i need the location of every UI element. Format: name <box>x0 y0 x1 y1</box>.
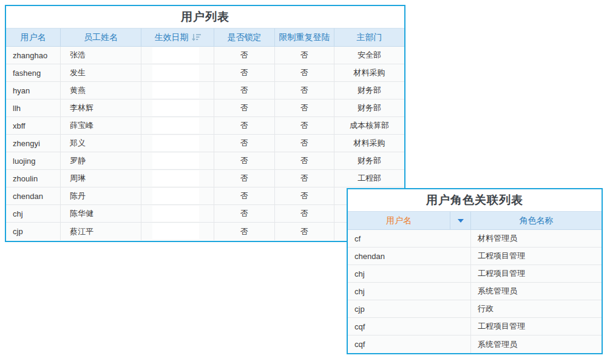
user-list-table: 用户列表 用户名 员工姓名 生效日期 是否锁定 <box>5 5 405 242</box>
cell-employee-name: 黄燕 <box>60 82 141 99</box>
cell-effective-date <box>141 117 214 134</box>
cell-employee-name: 罗静 <box>60 152 141 169</box>
effective-date-input[interactable] <box>152 83 199 98</box>
cell-restrict: 否 <box>274 223 334 240</box>
table-row[interactable]: hyan 黄燕 否 否 财务部 <box>6 82 404 99</box>
col-header-username[interactable]: 用户名 <box>6 29 60 46</box>
col-header-effective-date[interactable]: 生效日期 <box>141 29 214 46</box>
table-row[interactable]: chendan 工程项目管理 <box>348 248 602 265</box>
filter-dropdown-cell[interactable] <box>450 212 470 229</box>
effective-date-input[interactable] <box>152 65 199 81</box>
cell-restrict: 否 <box>274 64 334 81</box>
cell-role-username: cf <box>348 230 470 247</box>
user-list-body: zhanghao 张浩 否 否 安全部 fasheng 发生 否 否 材料采购 … <box>6 47 404 240</box>
user-role-header: 用户名 角色名称 <box>348 211 602 230</box>
table-row[interactable]: zhoulin 周琳 否 否 工程部 <box>6 170 404 187</box>
cell-locked: 否 <box>214 117 274 134</box>
effective-date-input[interactable] <box>152 206 199 221</box>
cell-employee-name: 周琳 <box>60 170 141 187</box>
cell-restrict: 否 <box>274 170 334 187</box>
cell-dept: 工程部 <box>334 170 404 187</box>
cell-employee-name: 陈丹 <box>60 187 141 204</box>
col-header-role-username[interactable]: 用户名 <box>348 212 450 229</box>
effective-date-input[interactable] <box>152 223 199 239</box>
cell-role-username: chj <box>348 265 470 282</box>
cell-username: luojing <box>6 152 60 169</box>
cell-dept: 材料采购 <box>334 64 404 81</box>
table-row[interactable]: zhengyi 郑义 否 否 材料采购 <box>6 135 404 152</box>
cell-role-username: cjp <box>348 300 470 317</box>
effective-date-input[interactable] <box>152 170 199 186</box>
user-list-header: 用户名 员工姓名 生效日期 是否锁定 限制重复登陆 主 <box>6 28 404 47</box>
cell-locked: 否 <box>214 223 274 240</box>
cell-locked: 否 <box>214 152 274 169</box>
col-header-restrict-login[interactable]: 限制重复登陆 <box>274 29 334 46</box>
table-row[interactable]: zhanghao 张浩 否 否 安全部 <box>6 47 404 64</box>
effective-date-input[interactable] <box>152 47 199 63</box>
cell-locked: 否 <box>214 47 274 64</box>
cell-username: fasheng <box>6 64 60 81</box>
sort-amount-icon[interactable] <box>192 33 201 41</box>
cell-effective-date <box>141 82 214 99</box>
table-row[interactable]: llh 李林辉 否 否 财务部 <box>6 99 404 117</box>
cell-role-username: chj <box>348 283 470 300</box>
cell-role-name: 系统管理员 <box>470 335 602 353</box>
table-row[interactable]: chj 系统管理员 <box>348 283 602 300</box>
cell-role-username: cqf <box>348 318 470 335</box>
user-role-title: 用户角色关联列表 <box>348 189 602 211</box>
cell-locked: 否 <box>214 99 274 116</box>
cell-username: zhengyi <box>6 135 60 152</box>
col-header-role-name[interactable]: 角色名称 <box>470 212 602 229</box>
cell-employee-name: 李林辉 <box>60 99 141 116</box>
cell-username: xbff <box>6 117 60 134</box>
effective-date-input[interactable] <box>152 100 199 116</box>
cell-employee-name: 张浩 <box>60 47 141 64</box>
table-row[interactable]: chendan 陈丹 否 否 <box>6 187 404 205</box>
effective-date-input[interactable] <box>152 188 199 204</box>
cell-role-name: 工程项目管理 <box>470 248 602 265</box>
user-role-body: cf 材料管理员 chendan 工程项目管理 chj 工程项目管理 chj 系… <box>348 230 602 353</box>
cell-effective-date <box>141 170 214 187</box>
effective-date-input[interactable] <box>152 135 199 151</box>
col-header-locked[interactable]: 是否锁定 <box>214 29 274 46</box>
cell-locked: 否 <box>214 187 274 204</box>
cell-restrict: 否 <box>274 47 334 64</box>
cell-restrict: 否 <box>274 82 334 99</box>
table-row[interactable]: cjp 行政 <box>348 300 602 318</box>
table-row[interactable]: xbff 薛宝峰 否 否 成本核算部 <box>6 117 404 135</box>
cell-username: chendan <box>6 187 60 204</box>
table-row[interactable]: cjp 蔡江平 否 否 <box>6 223 404 240</box>
effective-date-input[interactable] <box>152 118 199 133</box>
effective-date-input[interactable] <box>152 153 199 169</box>
cell-restrict: 否 <box>274 152 334 169</box>
table-row[interactable]: chj 工程项目管理 <box>348 265 602 283</box>
cell-employee-name: 陈华健 <box>60 205 141 222</box>
cell-username: zhanghao <box>6 47 60 64</box>
user-list-title: 用户列表 <box>6 6 404 28</box>
cell-employee-name: 发生 <box>60 64 141 81</box>
cell-username: cjp <box>6 223 60 240</box>
col-header-employee-name[interactable]: 员工姓名 <box>60 29 141 46</box>
col-header-main-dept[interactable]: 主部门 <box>334 29 404 46</box>
cell-effective-date <box>141 205 214 222</box>
cell-locked: 否 <box>214 64 274 81</box>
table-row[interactable]: chj 陈华健 否 否 <box>6 205 404 223</box>
cell-locked: 否 <box>214 82 274 99</box>
cell-dept: 材料采购 <box>334 135 404 152</box>
cell-role-name: 系统管理员 <box>470 283 602 300</box>
filter-dropdown-icon[interactable] <box>458 219 464 223</box>
table-row[interactable]: cf 材料管理员 <box>348 230 602 248</box>
table-row[interactable]: luojing 罗静 否 否 财务部 <box>6 152 404 170</box>
cell-role-name: 材料管理员 <box>470 230 602 247</box>
table-row[interactable]: fasheng 发生 否 否 材料采购 <box>6 64 404 82</box>
cell-dept: 财务部 <box>334 152 404 169</box>
table-row[interactable]: cqf 系统管理员 <box>348 335 602 353</box>
cell-effective-date <box>141 152 214 169</box>
cell-effective-date <box>141 64 214 81</box>
cell-username: hyan <box>6 82 60 99</box>
cell-locked: 否 <box>214 170 274 187</box>
page-canvas: 用户列表 用户名 员工姓名 生效日期 是否锁定 <box>0 0 607 364</box>
cell-locked: 否 <box>214 205 274 222</box>
cell-restrict: 否 <box>274 99 334 116</box>
table-row[interactable]: cqf 工程项目管理 <box>348 318 602 335</box>
